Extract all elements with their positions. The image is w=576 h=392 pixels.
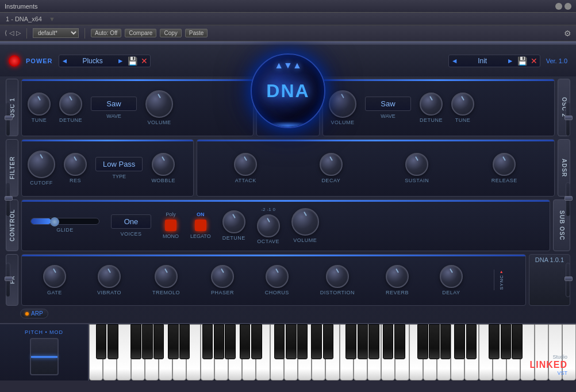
- key-gs[interactable]: [142, 324, 153, 359]
- key-ds6[interactable]: [466, 324, 477, 359]
- arp-button[interactable]: ARP: [20, 309, 48, 318]
- osc2-detune-knob[interactable]: [420, 93, 443, 116]
- right-slider-3[interactable]: [566, 263, 570, 297]
- filter-type-selector[interactable]: Low Pass: [95, 157, 143, 171]
- key-fs2[interactable]: [202, 324, 213, 359]
- key-gs2[interactable]: [214, 324, 225, 359]
- fx-distortion-knob[interactable]: [326, 265, 349, 288]
- octave-knob[interactable]: [257, 214, 280, 237]
- instance-label[interactable]: 1 - DNA_x64: [3, 16, 44, 22]
- key-as5[interactable]: [440, 324, 451, 359]
- voices-display[interactable]: One: [111, 214, 151, 229]
- left-slider-2-thumb[interactable]: [5, 196, 13, 201]
- filter-res-knob[interactable]: [64, 153, 87, 176]
- fx-delay-knob[interactable]: [440, 265, 463, 288]
- key-gs4[interactable]: [358, 324, 368, 359]
- fx-vibrato-knob[interactable]: [98, 265, 121, 288]
- osc2-tune-knob[interactable]: [451, 93, 474, 116]
- fx-reverb-knob[interactable]: [386, 265, 409, 288]
- fx-tremolo-knob[interactable]: [155, 265, 178, 288]
- key-cs2[interactable]: [168, 324, 179, 359]
- preset2-prev-button[interactable]: ◄: [451, 57, 458, 65]
- mono-led[interactable]: [165, 220, 176, 231]
- key-ds3[interactable]: [251, 324, 262, 359]
- copy-button[interactable]: Copy: [160, 29, 181, 37]
- key-gs3[interactable]: [286, 324, 297, 359]
- key-fs3[interactable]: [274, 324, 285, 359]
- power-button[interactable]: [9, 55, 20, 67]
- paste-button[interactable]: Paste: [185, 29, 208, 37]
- preset1-name: Plucks: [70, 57, 114, 65]
- key-cs6[interactable]: [454, 324, 465, 359]
- key-ds[interactable]: [107, 324, 118, 359]
- key-cs[interactable]: [96, 324, 107, 359]
- right-slider-3-thumb[interactable]: [565, 276, 573, 281]
- key-as2[interactable]: [225, 324, 236, 359]
- key-as6[interactable]: [512, 324, 523, 359]
- glide-thumb[interactable]: [50, 217, 59, 226]
- key-fs6[interactable]: [489, 324, 500, 359]
- key-gs5[interactable]: [429, 324, 440, 359]
- key-cs4[interactable]: [311, 324, 322, 359]
- control-detune-knob[interactable]: [222, 210, 245, 233]
- osc1-wave-selector[interactable]: Saw: [91, 97, 137, 111]
- osc1-volume-knob[interactable]: [145, 90, 173, 118]
- key-ds5[interactable]: [394, 324, 405, 359]
- key-fs5[interactable]: [417, 324, 428, 359]
- osc2-wave-selector[interactable]: Saw: [365, 97, 411, 111]
- minimize-button[interactable]: [555, 3, 562, 10]
- key-cs5[interactable]: [383, 324, 394, 359]
- key-e[interactable]: [117, 324, 130, 381]
- compare-button[interactable]: Compare: [125, 29, 156, 37]
- settings-icon[interactable]: ⚙: [564, 29, 571, 38]
- fx-chorus-knob[interactable]: [266, 265, 289, 288]
- adsr-release-knob[interactable]: [493, 153, 516, 176]
- fx-phaser-knob[interactable]: [211, 265, 234, 288]
- key-cs3[interactable]: [240, 324, 251, 359]
- osc1-tune-knob[interactable]: [28, 93, 51, 116]
- pitch-wheel[interactable]: [30, 338, 59, 375]
- left-slider-1[interactable]: [6, 102, 10, 136]
- toolbar-icon1[interactable]: ⟨: [5, 29, 7, 37]
- fx-gate-knob[interactable]: [43, 265, 66, 288]
- control-detune-label: DETUNE: [222, 235, 245, 241]
- auto-off-button[interactable]: Auto: Off: [91, 29, 121, 37]
- adsr-attack-knob[interactable]: [234, 153, 257, 176]
- preset2-close-icon[interactable]: ✕: [531, 56, 537, 66]
- glide-slider[interactable]: [30, 218, 99, 225]
- sub-volume-knob[interactable]: [291, 208, 319, 236]
- preset2-save-icon[interactable]: 💾: [517, 56, 527, 66]
- right-slider-2-thumb[interactable]: [565, 196, 573, 201]
- legato-led[interactable]: [195, 220, 206, 231]
- key-ds2[interactable]: [179, 324, 190, 359]
- key-ds4[interactable]: [323, 324, 334, 359]
- left-slider-2[interactable]: [6, 182, 10, 217]
- left-slider-3-thumb[interactable]: [5, 276, 13, 281]
- preset1-prev-button[interactable]: ◄: [62, 57, 68, 65]
- filter-cutoff-knob[interactable]: [28, 151, 55, 178]
- key-as4[interactable]: [368, 324, 379, 359]
- key-fs[interactable]: [130, 324, 141, 359]
- toolbar-icon3[interactable]: ▷: [16, 29, 21, 37]
- right-slider-2[interactable]: [566, 182, 570, 217]
- preset-dropdown[interactable]: default*: [33, 28, 79, 38]
- osc1-detune-knob[interactable]: [59, 93, 82, 116]
- preset1-close-icon[interactable]: ✕: [141, 56, 148, 66]
- adsr-decay-knob[interactable]: [320, 153, 343, 176]
- maximize-button[interactable]: [565, 3, 571, 10]
- osc2-volume-knob[interactable]: [329, 90, 356, 118]
- right-slider-1[interactable]: [566, 102, 570, 136]
- toolbar-icon2[interactable]: ◁: [9, 29, 14, 37]
- adsr-sustain-knob[interactable]: [405, 153, 428, 176]
- left-slider-1-thumb[interactable]: [5, 116, 13, 120]
- preset1-save-icon[interactable]: 💾: [128, 56, 137, 66]
- preset1-next-button[interactable]: ►: [117, 57, 124, 65]
- key-as3[interactable]: [297, 324, 308, 359]
- right-slider-1-thumb[interactable]: [565, 116, 573, 120]
- key-gs6[interactable]: [501, 324, 512, 359]
- preset2-next-button[interactable]: ►: [507, 57, 514, 65]
- key-fs4[interactable]: [345, 324, 356, 359]
- filter-wobble-knob[interactable]: [152, 153, 175, 176]
- key-as[interactable]: [153, 324, 164, 359]
- left-slider-3[interactable]: [6, 263, 10, 297]
